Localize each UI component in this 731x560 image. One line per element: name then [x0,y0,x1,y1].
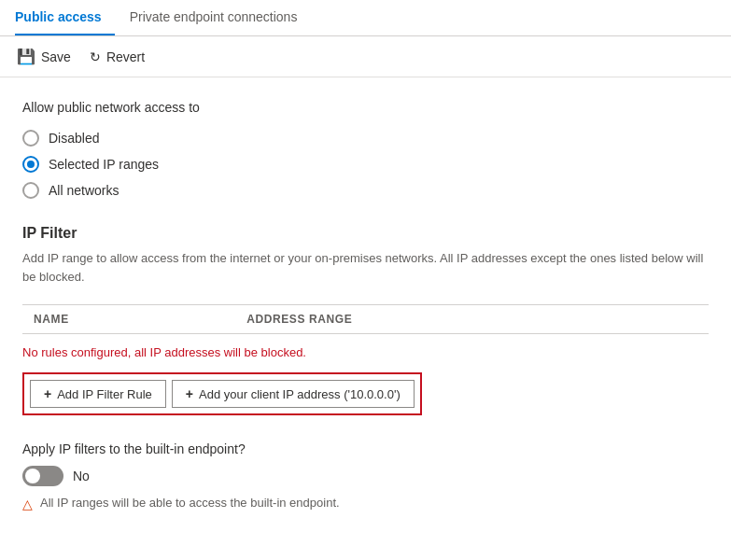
warning-icon: △ [22,497,33,511]
warning-text: All IP ranges will be able to access the… [40,496,340,510]
revert-label: Revert [106,49,145,64]
radio-disabled[interactable]: Disabled [22,130,709,147]
radio-label-selected-ip: Selected IP ranges [49,157,159,172]
network-access-radio-group: Disabled Selected IP ranges All networks [22,130,709,199]
plus-icon-add-ip: + [44,386,51,401]
action-buttons-wrapper: + Add IP Filter Rule + Add your client I… [22,372,422,415]
radio-circle-disabled [22,130,39,147]
toolbar: 💾 Save ↻ Revert [0,36,731,77]
built-in-endpoint-toggle[interactable] [22,466,63,486]
radio-all-networks[interactable]: All networks [22,182,709,199]
tab-private-endpoint[interactable]: Private endpoint connections [130,0,311,35]
radio-circle-selected-ip [22,156,39,173]
radio-selected-ip-ranges[interactable]: Selected IP ranges [22,156,709,173]
network-access-label: Allow public network access to [22,100,709,115]
no-rules-message: No rules configured, all IP addresses wi… [22,345,709,359]
column-address-range: ADDRESS RANGE [235,305,709,334]
ip-filter-table: NAME ADDRESS RANGE [22,304,709,334]
toggle-state-label: No [73,469,90,483]
ip-filter-description: Add IP range to allow access from the in… [22,249,709,286]
add-client-ip-button[interactable]: + Add your client IP address ('10.0.0.0'… [172,380,415,408]
revert-icon: ↻ [90,49,101,64]
revert-button[interactable]: ↻ Revert [88,46,147,68]
add-client-ip-label: Add your client IP address ('10.0.0.0') [199,387,401,401]
column-name: NAME [22,305,235,334]
plus-icon-client-ip: + [186,386,193,401]
toggle-knob [25,469,40,483]
add-ip-filter-button[interactable]: + Add IP Filter Rule [30,380,166,408]
warning-row: △ All IP ranges will be able to access t… [22,496,709,511]
ip-filter-title: IP Filter [22,225,709,242]
toggle-row: No [22,466,709,486]
radio-label-all-networks: All networks [49,183,119,198]
main-content: Allow public network access to Disabled … [0,77,731,549]
save-label: Save [41,49,71,64]
tab-public-access[interactable]: Public access [15,0,115,35]
tab-bar: Public access Private endpoint connectio… [0,0,731,36]
save-icon: 💾 [17,48,35,65]
apply-ip-filters-label: Apply IP filters to the built-in endpoin… [22,441,709,456]
save-button[interactable]: 💾 Save [15,44,73,69]
radio-label-disabled: Disabled [49,131,99,146]
add-ip-filter-label: Add IP Filter Rule [57,387,152,401]
apply-ip-filters-section: Apply IP filters to the built-in endpoin… [22,441,709,511]
radio-circle-all-networks [22,182,39,199]
